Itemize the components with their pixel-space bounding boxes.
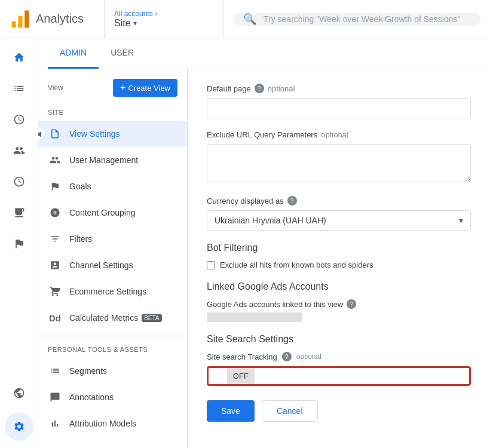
site-selector[interactable]: Site ▾ (114, 18, 214, 29)
sidebar-item-attribution-models[interactable]: Attribution Models (38, 410, 187, 437)
segments-icon (48, 364, 62, 378)
user-management-icon (48, 153, 62, 167)
logo-text: Analytics (36, 12, 84, 26)
site-search-section: Site Search Settings Site search Trackin… (207, 334, 471, 386)
sidebar-item-goals[interactable]: Goals (38, 173, 187, 200)
site-search-title: Site Search Settings (207, 334, 471, 345)
sidebar-item-annotations[interactable]: Annotations (38, 384, 187, 410)
sidebar-item-calculated-metrics[interactable]: Dd Calculated Metrics BETA (38, 305, 187, 331)
exclude-url-group: Exclude URL Query Parameters optional (207, 130, 471, 184)
site-search-tracking-label: Site search Tracking (207, 352, 277, 361)
goals-label: Goals (69, 182, 91, 191)
nav-conversions-icon[interactable] (5, 229, 33, 258)
linked-ads-help-icon[interactable]: ? (347, 299, 356, 309)
view-label: View (48, 84, 63, 92)
tab-admin[interactable]: ADMIN (48, 38, 99, 69)
attribution-models-icon (48, 416, 62, 431)
annotations-label: Annotations (69, 392, 114, 402)
bot-filtering-checkbox[interactable] (207, 261, 215, 269)
currency-chevron-icon: ▾ (459, 216, 463, 225)
inner-content: View + Create View Site ◀ View Settings (38, 69, 490, 448)
bot-filtering-checkbox-row: Exclude all hits from known bots and spi… (207, 260, 471, 269)
goals-icon (48, 179, 62, 194)
nav-realtime-icon[interactable] (5, 105, 33, 134)
channel-settings-icon (48, 258, 62, 272)
ecommerce-settings-label: Ecommerce Settings (69, 287, 146, 296)
tab-user[interactable]: USER (99, 38, 146, 69)
site-label: Site (114, 18, 131, 29)
left-nav (0, 38, 38, 448)
content-grouping-icon (48, 205, 62, 220)
toggle-on-button[interactable] (209, 368, 227, 384)
analytics-logo-icon (10, 8, 31, 30)
search-bar[interactable]: 🔍 Try searching "Week over Week Growth o… (234, 13, 480, 26)
exclude-url-input[interactable] (207, 144, 471, 182)
nav-discovery-icon[interactable] (5, 379, 33, 407)
default-page-input[interactable] (207, 98, 471, 118)
calculated-metrics-label: Calculated Metrics (69, 313, 138, 323)
currency-help-icon[interactable]: ? (287, 196, 297, 205)
annotations-icon (48, 390, 62, 404)
default-page-label: Default page ? optional (207, 84, 471, 93)
linked-ads-section: Linked Google Ads Accounts Google Ads ac… (207, 281, 471, 322)
tracking-row: Site search Tracking ? optional (207, 352, 471, 361)
linked-ads-subtitle: Google Ads accounts linked to this view … (207, 299, 471, 309)
bot-filtering-checkbox-label: Exclude all hits from known bots and spi… (220, 260, 373, 269)
svg-rect-1 (18, 16, 22, 27)
settings-panel: Default page ? optional Exclude URL Quer… (188, 69, 490, 448)
sidebar-item-view-settings[interactable]: ◀ View Settings (38, 121, 187, 147)
sidebar: View + Create View Site ◀ View Settings (38, 69, 188, 448)
attribution-models-label: Attribution Models (69, 419, 136, 428)
linked-ads-title: Linked Google Ads Accounts (207, 281, 471, 292)
sidebar-item-ecommerce-settings[interactable]: Ecommerce Settings (38, 278, 187, 305)
site-chevron-icon: ▾ (133, 19, 137, 27)
save-button[interactable]: Save (207, 400, 255, 422)
content-area: ADMIN USER View + Create View Site ◀ (38, 38, 490, 448)
nav-reports-icon[interactable] (5, 74, 33, 103)
top-bar: Analytics All accounts Site ▾ 🔍 Try sear… (0, 0, 490, 38)
toggle-off-button[interactable]: OFF (227, 368, 255, 384)
segments-label: Segments (69, 366, 107, 376)
site-search-help-icon[interactable]: ? (282, 352, 292, 361)
user-management-label: User Management (69, 155, 138, 165)
create-view-button[interactable]: + Create View (113, 79, 177, 97)
all-accounts-link[interactable]: All accounts (114, 10, 214, 18)
content-grouping-label: Content Grouping (69, 208, 136, 217)
account-area[interactable]: All accounts Site ▾ (105, 0, 224, 38)
sidebar-item-filters[interactable]: Filters (38, 226, 187, 252)
currency-dropdown[interactable]: Ukrainian Hryvnia (UAH UAH) ▾ (207, 210, 471, 231)
bot-filtering-section: Bot Filtering Exclude all hits from know… (207, 243, 471, 269)
view-settings-icon (48, 127, 62, 141)
tab-bar: ADMIN USER (38, 38, 490, 69)
filters-icon (48, 232, 62, 246)
action-buttons: Save Cancel (207, 400, 471, 422)
sidebar-item-channel-settings[interactable]: Channel Settings (38, 252, 187, 278)
search-icon: 🔍 (243, 13, 256, 26)
sidebar-header: View + Create View (38, 79, 187, 104)
personal-section-label: PERSONAL TOOLS & ASSETS (38, 341, 187, 358)
default-page-help-icon[interactable]: ? (255, 84, 264, 93)
logo-area: Analytics (0, 0, 105, 38)
create-view-label: Create View (128, 84, 170, 93)
nav-admin-icon[interactable] (5, 412, 33, 441)
sidebar-item-segments[interactable]: Segments (38, 358, 187, 384)
sidebar-item-user-management[interactable]: User Management (38, 147, 187, 173)
nav-audience-icon[interactable] (5, 136, 33, 165)
back-button[interactable]: ◀ (38, 127, 45, 141)
bot-filtering-title: Bot Filtering (207, 243, 471, 253)
toggle-container: OFF (207, 366, 471, 386)
view-settings-label: View Settings (69, 129, 120, 139)
nav-behavior-icon[interactable] (5, 198, 33, 227)
currency-group: Currency displayed as ? Ukrainian Hryvni… (207, 196, 471, 231)
default-page-group: Default page ? optional (207, 84, 471, 118)
ecommerce-settings-icon (48, 284, 62, 299)
sidebar-item-content-grouping[interactable]: Content Grouping (38, 200, 187, 226)
cancel-button[interactable]: Cancel (262, 400, 318, 422)
main-area: ADMIN USER View + Create View Site ◀ (0, 38, 490, 448)
nav-home-icon[interactable] (5, 43, 33, 72)
calculated-metrics-icon: Dd (48, 311, 62, 325)
exclude-url-label: Exclude URL Query Parameters optional (207, 130, 471, 139)
nav-acquisition-icon[interactable] (5, 167, 33, 196)
svg-rect-0 (12, 21, 16, 27)
svg-rect-2 (24, 10, 29, 27)
